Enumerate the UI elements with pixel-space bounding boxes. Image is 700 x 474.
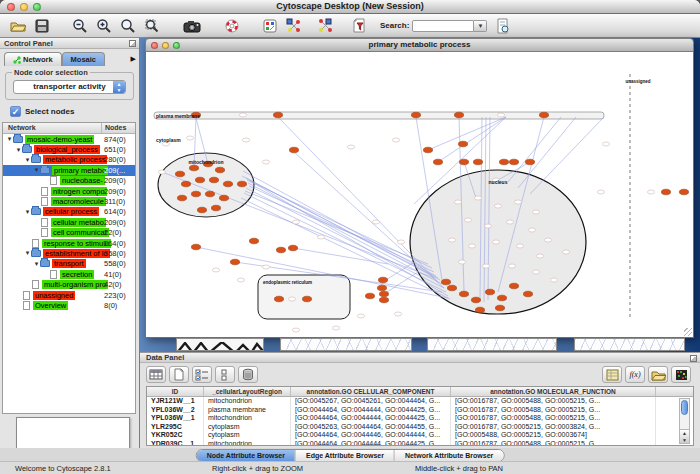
graph-node-unselected[interactable]: [492, 240, 499, 244]
table-cell[interactable]: [GO:0016787, GO:0005488, GO:0005215, G..…: [451, 440, 656, 446]
tab-network[interactable]: Network: [4, 52, 62, 66]
graph-node-selected[interactable]: [191, 244, 200, 250]
tab-network-attribute-browser[interactable]: Network Attribute Browser: [395, 450, 503, 461]
tab-mosaic[interactable]: Mosaic: [62, 52, 105, 66]
graph-node-unselected[interactable]: [397, 240, 404, 244]
graph-node-selected[interactable]: [215, 167, 224, 173]
graph-node-selected[interactable]: [454, 112, 463, 118]
table-row-ydr039c-1[interactable]: YDR039C__1mitochondrion[GO:0044464, GO:0…: [147, 440, 693, 446]
graph-node-unselected[interactable]: [262, 160, 269, 164]
save-session-icon[interactable]: [30, 16, 54, 36]
zoom-in-icon[interactable]: [92, 16, 116, 36]
graph-node-unselected[interactable]: [288, 297, 295, 301]
graph-node-unselected[interactable]: [494, 204, 501, 208]
graph-node-selected[interactable]: [377, 285, 386, 291]
graph-node-selected[interactable]: [189, 165, 198, 171]
table-cell[interactable]: plasma membrane: [204, 406, 291, 415]
graph-node-unselected[interactable]: [550, 278, 557, 282]
graph-node-unselected[interactable]: [482, 264, 489, 268]
table-row-ylr295c[interactable]: YLR295Ccytoplasm[GO:0045263, GO:0044464,…: [147, 423, 693, 432]
graph-node-selected[interactable]: [273, 112, 282, 118]
background-window-fragment[interactable]: [280, 338, 412, 351]
tree-column-network[interactable]: Network: [8, 124, 36, 131]
table-row-ypl036w-1[interactable]: YPL036W__1mitochondrion[GO:0044464, GO:0…: [147, 414, 693, 423]
graph-node-selected[interactable]: [423, 147, 432, 153]
graph-node-selected[interactable]: [509, 283, 518, 289]
tree-item-metabolic-process[interactable]: ▾metabolic process280(0): [3, 155, 135, 165]
annotation-filter-icon[interactable]: [348, 16, 372, 36]
graph-node-unselected[interactable]: [468, 244, 475, 248]
import-attributes-icon[interactable]: [648, 366, 668, 383]
column-header-annotation-go-molecular-function[interactable]: annotation.GO MOLECULAR_FUNCTION: [451, 387, 656, 396]
graph-node-selected[interactable]: [211, 205, 220, 211]
graph-node-selected[interactable]: [365, 293, 374, 299]
graph-node-selected[interactable]: [205, 191, 214, 197]
table-cell[interactable]: [GO:0044464, GO:0044444, GO:0044425, G..…: [291, 406, 451, 415]
graph-node-unselected[interactable]: [239, 113, 246, 117]
graph-node-selected[interactable]: [237, 181, 246, 187]
table-cell[interactable]: YLR295C: [147, 423, 204, 432]
graph-node-unselected[interactable]: [506, 220, 513, 224]
graph-node-unselected[interactable]: [528, 228, 535, 232]
graph-node-selected[interactable]: [219, 195, 228, 201]
tree-column-nodes[interactable]: Nodes: [105, 124, 126, 131]
search-dropdown-arrow[interactable]: ▼: [474, 20, 487, 32]
tree-item-multi-organism-pro[interactable]: multi-organism pro42(0): [3, 279, 135, 289]
graph-node-selected[interactable]: [679, 189, 688, 195]
network-canvas-svg[interactable]: plasma membrane cytoplasm mitochondrion …: [146, 52, 693, 336]
graph-node-unselected[interactable]: [514, 200, 521, 204]
graph-node-selected[interactable]: [441, 279, 450, 285]
table-row-ypl036w-2[interactable]: YPL036W__2plasma membrane[GO:0044464, GO…: [147, 406, 693, 415]
float-data-panel-icon[interactable]: [690, 355, 697, 362]
graph-node-unselected[interactable]: [186, 136, 193, 140]
tree-item-mosaic-demo-yeast[interactable]: ▾mosaic-demo-yeast874(0): [3, 134, 135, 144]
zoom-selected-region-icon[interactable]: [140, 16, 164, 36]
tree-item-cell-communicat[interactable]: cell communicat22(0): [3, 228, 135, 238]
tree-item-nitrogen-compo[interactable]: nitrogen compo209(0): [3, 186, 135, 196]
graph-node-selected[interactable]: [459, 159, 468, 165]
graph-node-selected[interactable]: [523, 291, 532, 297]
graph-node-selected[interactable]: [289, 147, 298, 153]
graph-node-selected[interactable]: [509, 159, 518, 165]
graph-node-selected[interactable]: [230, 259, 239, 265]
combobox-stepper-icon[interactable]: ▲▼: [113, 81, 125, 93]
graph-node-selected[interactable]: [379, 291, 388, 297]
column-header-annotation-go-cellular-component[interactable]: annotation.GO CELLULAR_COMPONENT: [291, 387, 451, 396]
graph-node-selected[interactable]: [379, 297, 388, 303]
graph-node-unselected[interactable]: [484, 224, 491, 228]
graph-node-selected[interactable]: [459, 291, 468, 297]
graph-node-unselected[interactable]: [292, 328, 299, 332]
graph-node-unselected[interactable]: [292, 220, 299, 224]
table-scrollbar[interactable]: ▲▼: [679, 398, 690, 444]
tree-item-transport[interactable]: ▾transport558(0): [3, 259, 135, 269]
zoom-out-icon[interactable]: [68, 16, 92, 36]
graph-node-unselected[interactable]: [394, 312, 401, 316]
zoom-actual-size-icon[interactable]: [116, 16, 140, 36]
tree-item-overview[interactable]: Overview8(0): [3, 300, 135, 310]
table-cell[interactable]: YPL036W__2: [147, 406, 204, 415]
table-cell[interactable]: YPL036W__1: [147, 414, 204, 423]
float-panel-icon[interactable]: [129, 40, 136, 47]
table-cell[interactable]: cytoplasm: [204, 431, 291, 440]
graph-node-unselected[interactable]: [508, 264, 515, 268]
graph-node-unselected[interactable]: [347, 145, 354, 149]
graph-node-selected[interactable]: [276, 247, 285, 253]
tree-item-unassigned[interactable]: unassigned223(0): [3, 290, 135, 300]
vizmapper-icon[interactable]: [258, 16, 282, 36]
tree-item-biological-process[interactable]: ▾biological_process651(0): [3, 144, 135, 154]
table-cell[interactable]: [GO:0016787, GO:0005488, GO:0005215, G..…: [451, 414, 656, 423]
graph-node-unselected[interactable]: [454, 200, 461, 204]
graph-node-unselected[interactable]: [262, 265, 269, 269]
table-cell[interactable]: [GO:0016787, GO:0005488, GO:0005215, G..…: [451, 406, 656, 415]
attribute-grid-icon[interactable]: [146, 366, 166, 383]
graph-node-unselected[interactable]: [497, 113, 504, 117]
graph-node-unselected[interactable]: [372, 220, 379, 224]
attribute-notes-icon[interactable]: [602, 366, 622, 383]
snapshot-camera-icon[interactable]: [180, 16, 204, 36]
search-config-icon[interactable]: [491, 16, 515, 36]
node-color-combobox[interactable]: transporter activity ▲▼: [13, 80, 126, 94]
graph-node-unselected[interactable]: [532, 210, 539, 214]
delete-attribute-icon[interactable]: [238, 366, 258, 383]
column-header-cellularlayoutregion[interactable]: _cellularLayoutRegion: [204, 387, 291, 396]
graph-node-selected[interactable]: [661, 189, 670, 195]
